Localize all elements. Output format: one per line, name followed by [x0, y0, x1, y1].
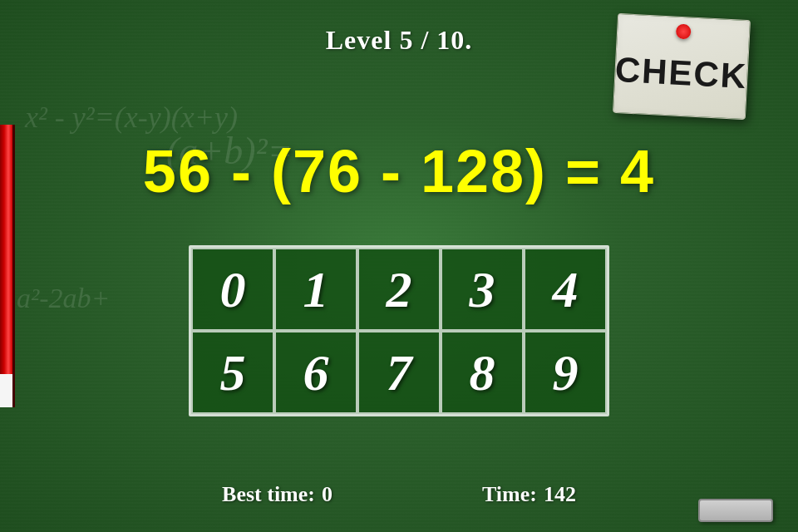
grid-row-1: 5 6 7 8 9 [191, 331, 607, 414]
digit-8[interactable]: 8 [441, 331, 524, 414]
number-grid: 0 1 2 3 4 5 6 [189, 245, 609, 416]
level-indicator: Level 5 / 10. [326, 25, 473, 56]
check-button[interactable]: CHECK [613, 13, 751, 120]
left-ruler [0, 125, 15, 407]
digit-3-label: 3 [470, 260, 495, 319]
best-time-value: 0 [322, 482, 332, 507]
digit-1-label: 1 [303, 260, 329, 319]
check-label: CHECK [614, 49, 749, 96]
time-value: 142 [544, 482, 576, 507]
digit-0[interactable]: 0 [191, 248, 274, 331]
digit-2[interactable]: 2 [357, 248, 441, 331]
digit-5[interactable]: 5 [191, 331, 274, 414]
time-label: Time: [482, 482, 537, 507]
digit-7[interactable]: 7 [357, 331, 441, 414]
bg-formula-1: x² - y²=(x-y)(x+y) [25, 100, 238, 135]
bottom-eraser [698, 499, 773, 522]
digit-8-label: 8 [470, 343, 495, 402]
number-grid-container: 0 1 2 3 4 5 6 [189, 245, 609, 416]
time-stat: Time: 142 [482, 482, 576, 507]
digit-3[interactable]: 3 [441, 248, 524, 331]
digit-1[interactable]: 1 [274, 248, 357, 331]
digit-0-label: 0 [220, 260, 246, 319]
digit-6-label: 6 [303, 343, 329, 402]
digit-5-label: 5 [220, 343, 246, 402]
grid-row-0: 0 1 2 3 4 [191, 248, 607, 331]
digit-7-label: 7 [387, 343, 412, 402]
digit-9-label: 9 [553, 343, 579, 402]
digit-2-label: 2 [387, 260, 412, 319]
bg-formula-3: a²-2ab+ [17, 283, 110, 314]
chalkboard: x² - y²=(x-y)(x+y) (a+b)²= a²-2ab+ Level… [0, 0, 798, 532]
best-time-stat: Best time: 0 [222, 482, 332, 507]
best-time-label: Best time: [222, 482, 315, 507]
digit-4[interactable]: 4 [524, 248, 607, 331]
equation-display: 56 - (76 - 128) = 4 [143, 137, 655, 205]
stats-bar: Best time: 0 Time: 142 [222, 482, 576, 507]
digit-6[interactable]: 6 [274, 331, 357, 414]
digit-9[interactable]: 9 [524, 331, 607, 414]
digit-4-label: 4 [553, 260, 579, 319]
